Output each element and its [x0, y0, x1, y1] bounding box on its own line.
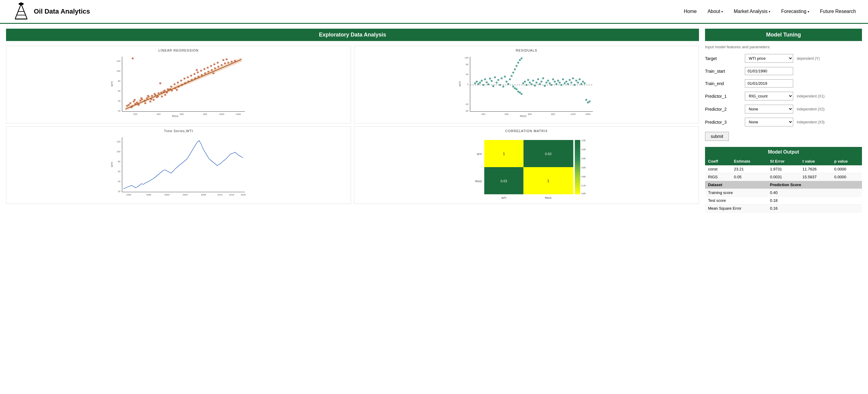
svg-point-124 [481, 80, 483, 82]
svg-point-120 [474, 83, 476, 85]
predictor3-select[interactable]: None RIG_count Production Demand Supply [745, 118, 793, 126]
svg-text:800: 800 [203, 113, 207, 116]
col-st-error: St Error [767, 157, 800, 165]
svg-point-190 [512, 86, 514, 88]
svg-point-89 [200, 70, 202, 72]
svg-text:100: 100 [117, 150, 120, 153]
svg-point-71 [140, 97, 143, 99]
svg-point-144 [514, 68, 516, 71]
table-row: Mean Square Error 0.16 [705, 204, 862, 212]
svg-text:400: 400 [157, 113, 161, 116]
table-row: Test score 0.18 [705, 197, 862, 204]
svg-point-100 [196, 69, 198, 71]
svg-point-156 [534, 85, 536, 87]
svg-point-125 [482, 84, 485, 86]
svg-point-170 [557, 80, 559, 82]
submit-button[interactable]: submit [705, 132, 729, 141]
svg-point-86 [190, 74, 192, 77]
right-panel: Model Tuning Input model features and pa… [705, 29, 862, 212]
score-section-row: Dataset Prediction Score [705, 181, 862, 189]
eda-panel: Exploratory Data Analysis LINEAR REGRESS… [6, 29, 699, 212]
svg-point-142 [511, 75, 513, 77]
svg-point-158 [537, 78, 539, 80]
svg-point-161 [542, 77, 544, 79]
svg-point-96 [226, 59, 228, 61]
model-output-title: Model Output [705, 147, 862, 157]
predictor2-select[interactable]: None RIG_count Production Demand Supply [745, 105, 793, 113]
svg-point-146 [517, 62, 519, 64]
svg-text:1000: 1000 [219, 113, 224, 116]
svg-point-137 [502, 86, 504, 88]
svg-point-166 [551, 84, 553, 86]
svg-text:0.75: 0.75 [582, 185, 586, 187]
time-series-chart: Time Series,WTI WTI 20 40 60 80 100 120 … [6, 126, 351, 204]
svg-point-94 [217, 62, 219, 64]
svg-point-129 [489, 77, 491, 80]
svg-point-133 [496, 82, 498, 84]
svg-point-148 [521, 57, 523, 59]
svg-text:80: 80 [466, 63, 468, 66]
svg-text:600: 600 [528, 113, 532, 116]
svg-rect-213 [575, 140, 580, 194]
col-t-value: t value [800, 157, 831, 165]
svg-point-151 [525, 84, 528, 86]
svg-text:800: 800 [551, 113, 555, 116]
svg-point-189 [589, 100, 591, 103]
svg-point-24 [129, 102, 132, 104]
svg-point-84 [184, 77, 186, 80]
train-end-label: Train_end [705, 81, 741, 86]
svg-point-177 [568, 79, 571, 81]
svg-point-153 [529, 82, 531, 84]
svg-text:200: 200 [482, 113, 485, 116]
predictor1-select[interactable]: None RIG_count Production Demand Supply [745, 92, 793, 100]
svg-text:1996: 1996 [146, 193, 151, 196]
svg-text:RIGS: RIGS [172, 114, 179, 118]
svg-text:20: 20 [118, 109, 120, 112]
svg-point-168 [554, 80, 556, 83]
navbar-links: Home About ▾ Market Analysis ▾ Forecasti… [684, 9, 856, 14]
svg-text:1992: 1992 [126, 193, 131, 196]
svg-point-63 [224, 62, 226, 65]
svg-point-88 [197, 71, 199, 73]
svg-point-186 [584, 83, 586, 85]
target-select[interactable]: WTI price Brent price [745, 54, 793, 63]
svg-point-37 [153, 99, 155, 101]
svg-point-157 [535, 82, 537, 84]
svg-point-92 [210, 65, 212, 67]
svg-text:60: 60 [118, 170, 120, 173]
svg-point-132 [494, 76, 496, 78]
svg-text:1: 1 [503, 152, 505, 156]
eda-title: Exploratory Data Analysis [6, 29, 699, 41]
svg-point-99 [176, 89, 178, 91]
svg-point-185 [582, 80, 584, 83]
svg-point-140 [507, 83, 509, 85]
svg-point-141 [509, 78, 511, 80]
predictor1-row: Predictor_1 None RIG_count Production De… [705, 92, 862, 100]
train-start-input[interactable] [745, 67, 793, 75]
target-row: Target WTI price Brent price dependent (… [705, 54, 862, 63]
brand-logo [12, 2, 30, 21]
brand-name: Oil Data Analytics [34, 7, 90, 15]
svg-point-191 [514, 87, 516, 89]
train-end-input[interactable] [745, 79, 793, 88]
market-caret: ▾ [769, 10, 770, 13]
svg-text:0.65: 0.65 [582, 193, 586, 195]
nav-market-analysis[interactable]: Market Analysis ▾ [734, 9, 770, 14]
linear-regression-chart: LINEAR REGRESSION WTI RIGS 20 40 60 80 1… [6, 46, 351, 123]
svg-point-192 [516, 88, 518, 91]
svg-point-98 [159, 83, 161, 85]
svg-text:1: 1 [547, 178, 549, 183]
predictor3-hint: independent (X3) [797, 120, 825, 124]
svg-point-164 [547, 80, 549, 82]
target-hint: dependent (Y) [797, 57, 820, 61]
nav-future-research[interactable]: Future Research [820, 9, 856, 14]
train-end-row: Train_end [705, 79, 862, 88]
nav-forecasting[interactable]: Forecasting ▾ [781, 9, 809, 14]
svg-point-195 [521, 93, 523, 95]
nav-home[interactable]: Home [684, 9, 697, 14]
svg-point-134 [497, 79, 499, 81]
predictor2-hint: independent (X2) [797, 107, 825, 111]
svg-text:2000: 2000 [164, 193, 169, 196]
nav-about[interactable]: About ▾ [707, 9, 723, 14]
svg-point-187 [585, 99, 587, 101]
